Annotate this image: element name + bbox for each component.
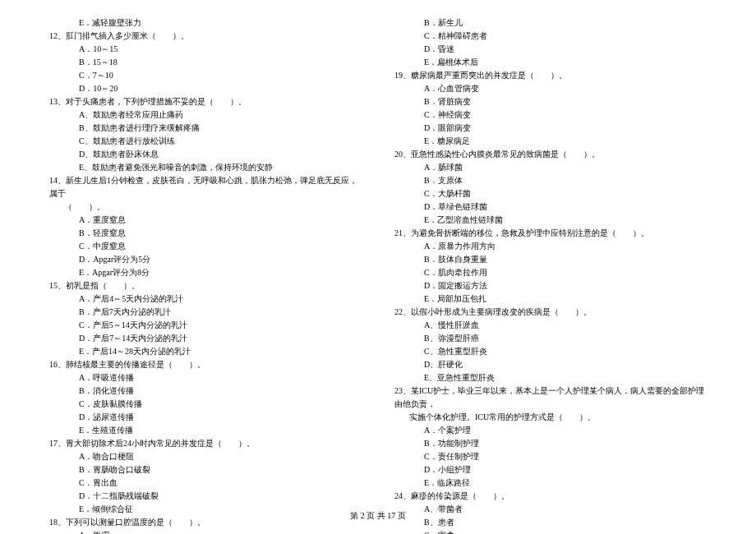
answer-option: C．产后5～14天内分泌的乳汁 [49,319,362,332]
answer-option: E．糖尿病足 [394,135,707,148]
answer-option: C．中度窒息 [49,240,362,253]
answer-option: B．新生儿 [394,16,707,30]
answer-option: B．肢体自身重量 [394,253,707,266]
answer-option: B．轻度窒息 [49,227,362,240]
question-text: 14、新生儿生后1分钟检查，皮肤苍白，无呼吸和心跳，肌张力松弛，弹足底无反应，属… [49,174,362,200]
answer-option: A．肠球菌 [394,161,707,174]
question-continuation: （ ）。 [49,200,362,214]
answer-option: B、弥漫型肝癌 [394,332,707,345]
answer-option: E．产后14～28天内分泌的乳汁 [49,345,362,358]
answer-option: C．精神障碍患者 [394,30,707,43]
answer-option: E．减轻腹壁张力 [49,16,362,30]
answer-option: D．眼部病变 [394,122,707,135]
question-text: 19、糖尿病最严重而突出的并发症是（ ）。 [394,69,707,82]
answer-option: C．肌肉牵拉作用 [394,266,707,279]
question-text: 12、肛门排气插入多少厘米（ ）。 [49,30,362,43]
answer-option: D、肝硬化 [394,358,707,371]
answer-option: E．Apgar评分为8分 [49,266,362,279]
question-text: 16、肺结核最主要的传播途径是（ ）。 [49,358,362,371]
answer-option: C．皮肤黏膜传播 [49,398,362,411]
answer-option: C、家禽 [394,529,707,534]
answer-option: E．扁桃体术后 [394,56,707,69]
page-footer: 第 2 页 共 17 页 [0,510,756,522]
answer-option: B．产后7天内分泌的乳汁 [49,306,362,319]
answer-option: E．生殖道传播 [49,424,362,437]
answer-option: A．腹泻 [49,529,362,534]
answer-option: D．泌尿道传播 [49,411,362,424]
answer-option: A．吻合口梗阻 [49,450,362,463]
question-text: 17、胃大部切除术后24小时内常见的并发症是（ ）。 [49,437,362,450]
question-text: 13、对于头痛患者，下列护理措施不妥的是（ ）。 [49,95,362,108]
answer-option: B．胃肠吻合口破裂 [49,463,362,476]
answer-option: C．胃出血 [49,476,362,490]
answer-option: C、急性重型肝炎 [394,345,707,358]
answer-option: D．产后7～14天内分泌的乳汁 [49,332,362,345]
answer-option: A．个案护理 [394,424,707,437]
question-continuation: 实施个体化护理。ICU常用的护理方式是（ ）。 [394,411,707,424]
answer-option: A．心血管病变 [394,82,707,95]
left-column: E．减轻腹壁张力12、肛门排气插入多少厘米（ ）。A．10～15B．15～18C… [49,16,362,534]
answer-option: B．支原体 [394,174,707,187]
question-text: 21、为避免骨折断端的移位，急救及护理中应特别注意的是（ ）。 [394,227,707,240]
answer-option: A．产后4～5天内分泌的乳汁 [49,292,362,306]
answer-option: C、鼓励患者进行放松训练 [49,135,362,148]
answer-option: E、鼓励患者避免强光和噪音的刺激，保持环境的安静 [49,161,362,174]
question-text: 24、麻疹的传染源是（ ）。 [394,490,707,503]
answer-option: B．消化道传播 [49,384,362,398]
answer-option: E．临床路径 [394,476,707,490]
answer-option: B．功能制护理 [394,437,707,450]
answer-option: D．小组护理 [394,463,707,476]
answer-option: B．15～18 [49,56,362,69]
content-columns: E．减轻腹壁张力12、肛门排气插入多少厘米（ ）。A．10～15B．15～18C… [49,16,707,534]
answer-option: A．呼吸道传播 [49,371,362,384]
answer-option: D．十二指肠残端破裂 [49,490,362,503]
question-text: 22、以假小叶形成为主要病理改变的疾病是（ ）。 [394,306,707,319]
answer-option: A．重度窒息 [49,214,362,227]
answer-option: E．乙型溶血性链球菌 [394,214,707,227]
answer-option: A．原暴力作用方向 [394,240,707,253]
question-text: 15、初乳是指（ ）。 [49,279,362,292]
answer-option: E、亚急性重型肝炎 [394,371,707,384]
answer-option: C．7～10 [49,69,362,82]
answer-option: D、鼓励患者卧床休息 [49,148,362,161]
answer-option: D．固定搬运方法 [394,279,707,292]
question-text: 23、某ICU护士，毕业三年以来，基本上是一个人护理某个病人，病人需要的全部护理… [394,384,707,411]
answer-option: C．责任制护理 [394,450,707,463]
answer-option: C．大肠杆菌 [394,187,707,200]
answer-option: D．昏迷 [394,43,707,56]
answer-option: A、鼓励患者经常应用止痛药 [49,108,362,122]
answer-option: A．10～15 [49,43,362,56]
right-column: B．新生儿C．精神障碍患者D．昏迷E．扁桃体术后19、糖尿病最严重而突出的并发症… [394,16,707,534]
answer-option: A、慢性肝淤血 [394,319,707,332]
question-text: 20、亚急性感染性心内膜炎最常见的致病菌是（ ）。 [394,148,707,161]
answer-option: D．Apgar评分为5分 [49,253,362,266]
answer-option: B．肾脏病变 [394,95,707,108]
answer-option: C．神经病变 [394,108,707,122]
answer-option: E．局部加压包扎 [394,292,707,306]
answer-option: B、鼓励患者进行理疗来缓解疼痛 [49,122,362,135]
answer-option: D．10～20 [49,82,362,95]
answer-option: D．草绿色链球菌 [394,200,707,214]
